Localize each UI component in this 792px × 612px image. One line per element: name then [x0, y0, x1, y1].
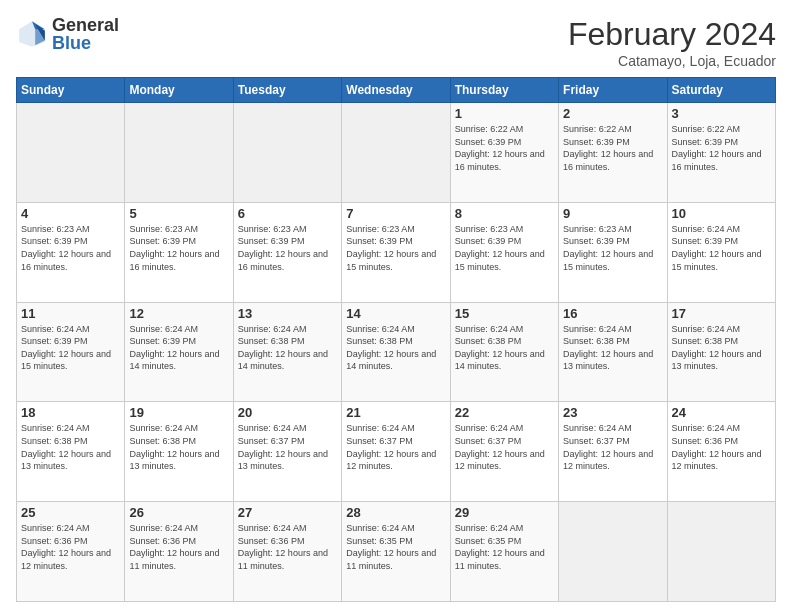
day-info: Sunrise: 6:24 AM Sunset: 6:37 PM Dayligh…	[346, 422, 445, 472]
day-number: 13	[238, 306, 337, 321]
day-cell: 22Sunrise: 6:24 AM Sunset: 6:37 PM Dayli…	[450, 402, 558, 502]
day-number: 24	[672, 405, 771, 420]
day-number: 9	[563, 206, 662, 221]
day-info: Sunrise: 6:24 AM Sunset: 6:38 PM Dayligh…	[21, 422, 120, 472]
day-info: Sunrise: 6:22 AM Sunset: 6:39 PM Dayligh…	[455, 123, 554, 173]
day-cell: 2Sunrise: 6:22 AM Sunset: 6:39 PM Daylig…	[559, 103, 667, 203]
day-number: 3	[672, 106, 771, 121]
day-cell: 18Sunrise: 6:24 AM Sunset: 6:38 PM Dayli…	[17, 402, 125, 502]
day-cell: 13Sunrise: 6:24 AM Sunset: 6:38 PM Dayli…	[233, 302, 341, 402]
day-info: Sunrise: 6:24 AM Sunset: 6:38 PM Dayligh…	[346, 323, 445, 373]
logo-general: General	[52, 16, 119, 34]
day-cell: 5Sunrise: 6:23 AM Sunset: 6:39 PM Daylig…	[125, 202, 233, 302]
weekday-header-saturday: Saturday	[667, 78, 775, 103]
weekday-header-friday: Friday	[559, 78, 667, 103]
day-number: 11	[21, 306, 120, 321]
day-info: Sunrise: 6:23 AM Sunset: 6:39 PM Dayligh…	[129, 223, 228, 273]
calendar-page: General Blue February 2024 Catamayo, Loj…	[0, 0, 792, 612]
day-info: Sunrise: 6:22 AM Sunset: 6:39 PM Dayligh…	[672, 123, 771, 173]
day-info: Sunrise: 6:24 AM Sunset: 6:39 PM Dayligh…	[21, 323, 120, 373]
day-cell: 4Sunrise: 6:23 AM Sunset: 6:39 PM Daylig…	[17, 202, 125, 302]
day-number: 12	[129, 306, 228, 321]
logo-blue: Blue	[52, 34, 119, 52]
day-info: Sunrise: 6:24 AM Sunset: 6:38 PM Dayligh…	[238, 323, 337, 373]
day-cell	[125, 103, 233, 203]
logo: General Blue	[16, 16, 119, 52]
day-info: Sunrise: 6:24 AM Sunset: 6:36 PM Dayligh…	[129, 522, 228, 572]
week-row-3: 11Sunrise: 6:24 AM Sunset: 6:39 PM Dayli…	[17, 302, 776, 402]
day-number: 23	[563, 405, 662, 420]
day-info: Sunrise: 6:22 AM Sunset: 6:39 PM Dayligh…	[563, 123, 662, 173]
day-info: Sunrise: 6:23 AM Sunset: 6:39 PM Dayligh…	[21, 223, 120, 273]
day-cell: 8Sunrise: 6:23 AM Sunset: 6:39 PM Daylig…	[450, 202, 558, 302]
day-number: 17	[672, 306, 771, 321]
day-number: 18	[21, 405, 120, 420]
day-cell: 25Sunrise: 6:24 AM Sunset: 6:36 PM Dayli…	[17, 502, 125, 602]
day-number: 21	[346, 405, 445, 420]
day-info: Sunrise: 6:24 AM Sunset: 6:37 PM Dayligh…	[238, 422, 337, 472]
day-cell: 3Sunrise: 6:22 AM Sunset: 6:39 PM Daylig…	[667, 103, 775, 203]
week-row-4: 18Sunrise: 6:24 AM Sunset: 6:38 PM Dayli…	[17, 402, 776, 502]
day-number: 8	[455, 206, 554, 221]
day-cell: 28Sunrise: 6:24 AM Sunset: 6:35 PM Dayli…	[342, 502, 450, 602]
day-cell: 24Sunrise: 6:24 AM Sunset: 6:36 PM Dayli…	[667, 402, 775, 502]
day-cell	[667, 502, 775, 602]
day-cell: 27Sunrise: 6:24 AM Sunset: 6:36 PM Dayli…	[233, 502, 341, 602]
day-number: 22	[455, 405, 554, 420]
day-info: Sunrise: 6:23 AM Sunset: 6:39 PM Dayligh…	[563, 223, 662, 273]
day-info: Sunrise: 6:24 AM Sunset: 6:35 PM Dayligh…	[346, 522, 445, 572]
day-cell: 21Sunrise: 6:24 AM Sunset: 6:37 PM Dayli…	[342, 402, 450, 502]
weekday-header-thursday: Thursday	[450, 78, 558, 103]
day-number: 29	[455, 505, 554, 520]
day-cell: 11Sunrise: 6:24 AM Sunset: 6:39 PM Dayli…	[17, 302, 125, 402]
day-cell: 29Sunrise: 6:24 AM Sunset: 6:35 PM Dayli…	[450, 502, 558, 602]
day-number: 28	[346, 505, 445, 520]
weekday-header-monday: Monday	[125, 78, 233, 103]
day-number: 7	[346, 206, 445, 221]
logo-icon	[16, 18, 48, 50]
day-number: 16	[563, 306, 662, 321]
day-cell: 23Sunrise: 6:24 AM Sunset: 6:37 PM Dayli…	[559, 402, 667, 502]
week-row-1: 1Sunrise: 6:22 AM Sunset: 6:39 PM Daylig…	[17, 103, 776, 203]
day-cell: 20Sunrise: 6:24 AM Sunset: 6:37 PM Dayli…	[233, 402, 341, 502]
day-info: Sunrise: 6:24 AM Sunset: 6:38 PM Dayligh…	[129, 422, 228, 472]
day-info: Sunrise: 6:24 AM Sunset: 6:37 PM Dayligh…	[455, 422, 554, 472]
day-cell	[17, 103, 125, 203]
day-number: 1	[455, 106, 554, 121]
day-cell	[342, 103, 450, 203]
logo-text: General Blue	[52, 16, 119, 52]
day-number: 6	[238, 206, 337, 221]
day-number: 2	[563, 106, 662, 121]
week-row-2: 4Sunrise: 6:23 AM Sunset: 6:39 PM Daylig…	[17, 202, 776, 302]
weekday-header-sunday: Sunday	[17, 78, 125, 103]
day-cell: 12Sunrise: 6:24 AM Sunset: 6:39 PM Dayli…	[125, 302, 233, 402]
day-cell: 26Sunrise: 6:24 AM Sunset: 6:36 PM Dayli…	[125, 502, 233, 602]
day-cell: 9Sunrise: 6:23 AM Sunset: 6:39 PM Daylig…	[559, 202, 667, 302]
title-block: February 2024 Catamayo, Loja, Ecuador	[568, 16, 776, 69]
week-row-5: 25Sunrise: 6:24 AM Sunset: 6:36 PM Dayli…	[17, 502, 776, 602]
day-cell: 17Sunrise: 6:24 AM Sunset: 6:38 PM Dayli…	[667, 302, 775, 402]
day-info: Sunrise: 6:24 AM Sunset: 6:39 PM Dayligh…	[129, 323, 228, 373]
calendar-subtitle: Catamayo, Loja, Ecuador	[568, 53, 776, 69]
day-cell	[233, 103, 341, 203]
weekday-header-wednesday: Wednesday	[342, 78, 450, 103]
weekday-row: SundayMondayTuesdayWednesdayThursdayFrid…	[17, 78, 776, 103]
day-cell: 1Sunrise: 6:22 AM Sunset: 6:39 PM Daylig…	[450, 103, 558, 203]
day-cell: 14Sunrise: 6:24 AM Sunset: 6:38 PM Dayli…	[342, 302, 450, 402]
day-cell: 10Sunrise: 6:24 AM Sunset: 6:39 PM Dayli…	[667, 202, 775, 302]
day-info: Sunrise: 6:24 AM Sunset: 6:38 PM Dayligh…	[455, 323, 554, 373]
day-cell: 6Sunrise: 6:23 AM Sunset: 6:39 PM Daylig…	[233, 202, 341, 302]
calendar-body: 1Sunrise: 6:22 AM Sunset: 6:39 PM Daylig…	[17, 103, 776, 602]
calendar-title: February 2024	[568, 16, 776, 53]
day-info: Sunrise: 6:23 AM Sunset: 6:39 PM Dayligh…	[455, 223, 554, 273]
day-info: Sunrise: 6:24 AM Sunset: 6:37 PM Dayligh…	[563, 422, 662, 472]
day-number: 27	[238, 505, 337, 520]
day-info: Sunrise: 6:24 AM Sunset: 6:39 PM Dayligh…	[672, 223, 771, 273]
day-number: 10	[672, 206, 771, 221]
weekday-header-tuesday: Tuesday	[233, 78, 341, 103]
day-number: 5	[129, 206, 228, 221]
day-number: 20	[238, 405, 337, 420]
day-number: 26	[129, 505, 228, 520]
day-number: 4	[21, 206, 120, 221]
day-cell: 15Sunrise: 6:24 AM Sunset: 6:38 PM Dayli…	[450, 302, 558, 402]
